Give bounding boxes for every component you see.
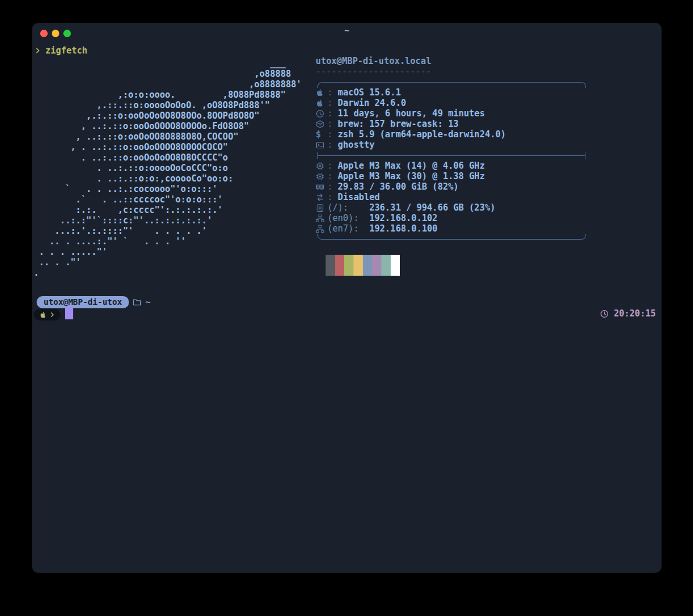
command-text: zigfetch [45, 45, 87, 56]
palette-swatch [391, 255, 400, 276]
swap-value: Disabled [338, 192, 380, 202]
palette-swatch [326, 255, 335, 276]
terminal-window: ~ zigfetch ___ ,o88888 ,o8888888' [33, 23, 661, 572]
palette-swatch [372, 255, 381, 276]
info-row-swap: : Disabled [316, 192, 590, 202]
clock-icon [600, 309, 609, 318]
uptime-value: 11 days, 6 hours, 49 minutes [338, 108, 485, 119]
info-row-terminal: : ghostty [316, 140, 590, 150]
os-value: macOS 15.6.1 [338, 87, 401, 98]
prompt-pill [34, 309, 60, 321]
network-icon [316, 213, 327, 223]
info-box-border-bottom [317, 234, 586, 240]
memory-value: 29.83 / 36.00 GiB (82%) [338, 181, 459, 192]
info-row-packages: : brew: 157 brew-cask: 13 [316, 119, 590, 129]
info-row-kernel: : Darwin 24.6.0 [316, 98, 590, 108]
info-row-os: : macOS 15.6.1 [316, 87, 590, 98]
desktop: { "window": { "title": "~" }, "terminal"… [0, 0, 693, 616]
info-box-divider [317, 155, 585, 156]
info-row-disk: (/): 236.31 / 994.66 GB (23%) [316, 202, 590, 213]
cpu-p-value: Apple M3 Max (14) @ 4.06 GHz [338, 161, 485, 171]
package-icon [316, 119, 327, 129]
terminal-screen[interactable]: zigfetch ___ ,o88888 ,o8888888' ,:o:o:oo… [33, 23, 661, 572]
palette-swatch [335, 255, 344, 276]
swap-icon [316, 192, 327, 202]
current-directory: ~ [133, 296, 151, 308]
apple-icon [40, 311, 47, 319]
cpu-g-value: Apple M3 Max (30) @ 1.38 GHz [338, 171, 485, 181]
info-box-divider-tick-left [317, 152, 318, 159]
info-row-net-en7: (en7): 192.168.0.100 [316, 223, 590, 234]
terminal-icon [316, 140, 327, 150]
network-icon [316, 223, 327, 234]
info-row-net-en0: (en0): 192.168.0.102 [316, 213, 590, 223]
disk-icon [316, 202, 327, 213]
info-row-cpu-p: : Apple M3 Max (14) @ 4.06 GHz [316, 161, 590, 171]
clock-icon [316, 108, 327, 119]
memory-icon [316, 181, 327, 192]
info-box-divider-tick-right [585, 152, 585, 159]
host-title: utox@MBP-di-utox.local [316, 56, 590, 66]
palette-swatch [363, 255, 372, 276]
prompt-chevron-icon [50, 311, 55, 318]
info-row-memory: : 29.83 / 36.00 GiB (82%) [316, 181, 590, 192]
time-text: 20:20:15 [614, 308, 656, 319]
system-info-panel: utox@MBP-di-utox.local -----------------… [316, 56, 590, 234]
text-cursor[interactable] [65, 307, 73, 319]
palette-swatch [381, 255, 391, 276]
net-en0-value: 192.168.0.102 [369, 213, 437, 223]
packages-value: brew: 157 brew-cask: 13 [338, 119, 459, 129]
dollar-icon: $ [316, 129, 327, 140]
path-text: ~ [145, 297, 151, 308]
terminal-value: ghostty [338, 140, 374, 150]
ascii-art: ___ ,o88888 ,o8888888' ,:o:o:oooo. ,8O88… [34, 58, 302, 278]
prompt-chevron-icon [35, 47, 41, 55]
shell-value: zsh 5.9 (arm64-apple-darwin24.0) [338, 129, 506, 140]
command-prompt-line: zigfetch [35, 45, 87, 56]
palette-swatch [344, 255, 353, 276]
cpu-icon [316, 171, 327, 181]
kernel-value: Darwin 24.6.0 [338, 98, 406, 108]
palette-swatch [353, 255, 363, 276]
user-host-badge: utox@MBP-di-utox [37, 296, 129, 308]
info-box-border-top [317, 82, 586, 88]
host-underline: ---------------------- [316, 66, 590, 77]
cpu-icon [316, 161, 327, 171]
apple-icon [316, 98, 327, 108]
disk-value: 236.31 / 994.66 GB (23%) [369, 202, 495, 213]
folder-icon [133, 298, 141, 307]
net-en7-value: 192.168.0.100 [369, 223, 437, 234]
apple-icon [316, 87, 327, 98]
color-palette [326, 255, 400, 276]
info-row-cpu-g: : Apple M3 Max (30) @ 1.38 GHz [316, 171, 590, 181]
info-row-uptime: : 11 days, 6 hours, 49 minutes [316, 108, 590, 119]
info-row-shell: $ : zsh 5.9 (arm64-apple-darwin24.0) [316, 129, 590, 140]
clock-widget: 20:20:15 [600, 308, 656, 319]
